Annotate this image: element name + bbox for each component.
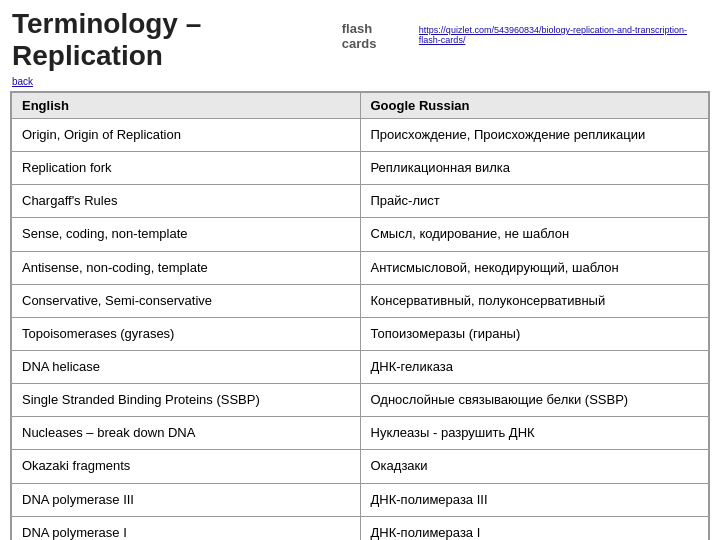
flash-cards-label: flash cards <box>342 21 405 51</box>
russian-cell: ДНК-полимераза I <box>360 516 709 540</box>
english-cell: Sense, coding, non-template <box>12 218 361 251</box>
russian-cell: Прайс-лист <box>360 185 709 218</box>
table-row: Replication forkРепликационная вилка <box>12 152 709 185</box>
english-cell: DNA helicase <box>12 350 361 383</box>
english-cell: DNA polymerase I <box>12 516 361 540</box>
english-cell: Replication fork <box>12 152 361 185</box>
table-row: Okazaki fragmentsОкадзаки <box>12 450 709 483</box>
table-row: Topoisomerases (gyrases)Топоизомеразы (г… <box>12 317 709 350</box>
english-cell: Conservative, Semi-conservative <box>12 284 361 317</box>
table-row: DNA helicaseДНК-геликаза <box>12 350 709 383</box>
col-english-header: English <box>12 93 361 119</box>
table-row: DNA polymerase IIIДНК-полимераза III <box>12 483 709 516</box>
table-row: Chargaff's RulesПрайс-лист <box>12 185 709 218</box>
english-cell: Chargaff's Rules <box>12 185 361 218</box>
table-row: Conservative, Semi-conservativeКонсерват… <box>12 284 709 317</box>
table-row: Origin, Origin of ReplicationПроисхожден… <box>12 119 709 152</box>
english-cell: Topoisomerases (gyrases) <box>12 317 361 350</box>
table-row: Single Stranded Binding Proteins (SSBP)О… <box>12 384 709 417</box>
table-row: DNA polymerase IДНК-полимераза I <box>12 516 709 540</box>
english-cell: Okazaki fragments <box>12 450 361 483</box>
table-row: Nucleases – break down DNAНуклеазы - раз… <box>12 417 709 450</box>
page-header: Terminology – Replication flash cards ht… <box>0 0 720 76</box>
back-link[interactable]: back <box>0 76 720 87</box>
russian-cell: Топоизомеразы (гираны) <box>360 317 709 350</box>
table-row: Sense, coding, non-templateСмысл, кодиро… <box>12 218 709 251</box>
table-header-row: English Google Russian <box>12 93 709 119</box>
main-table-container: English Google Russian Origin, Origin of… <box>10 91 710 540</box>
russian-cell: Происхождение, Происхождение репликации <box>360 119 709 152</box>
russian-cell: Антисмысловой, некодирующий, шаблон <box>360 251 709 284</box>
table-row: Antisense, non-coding, templateАнтисмысл… <box>12 251 709 284</box>
page-title: Terminology – Replication <box>12 8 332 72</box>
col-russian-header: Google Russian <box>360 93 709 119</box>
russian-cell: Однослойные связывающие белки (SSBP) <box>360 384 709 417</box>
russian-cell: ДНК-геликаза <box>360 350 709 383</box>
russian-cell: Окадзаки <box>360 450 709 483</box>
russian-cell: ДНК-полимераза III <box>360 483 709 516</box>
english-cell: Origin, Origin of Replication <box>12 119 361 152</box>
russian-cell: Смысл, кодирование, не шаблон <box>360 218 709 251</box>
english-cell: DNA polymerase III <box>12 483 361 516</box>
russian-cell: Консервативный, полуконсервативный <box>360 284 709 317</box>
flash-cards-link[interactable]: https://quizlet.com/543960834/biology-re… <box>419 25 708 45</box>
russian-cell: Репликационная вилка <box>360 152 709 185</box>
terminology-table: English Google Russian Origin, Origin of… <box>11 92 709 540</box>
english-cell: Antisense, non-coding, template <box>12 251 361 284</box>
english-cell: Nucleases – break down DNA <box>12 417 361 450</box>
russian-cell: Нуклеазы - разрушить ДНК <box>360 417 709 450</box>
english-cell: Single Stranded Binding Proteins (SSBP) <box>12 384 361 417</box>
